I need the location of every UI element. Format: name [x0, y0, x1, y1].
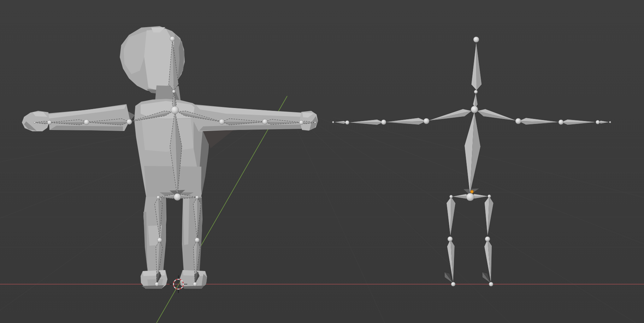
joint-ankle-r[interactable]	[489, 282, 493, 286]
joint-shoulder-l[interactable]	[424, 118, 429, 124]
joint-neck[interactable]	[474, 90, 478, 94]
joint-neck[interactable]	[172, 90, 176, 93]
joint-hip-r[interactable]	[196, 196, 199, 199]
blender-3d-viewport[interactable]	[0, 0, 644, 323]
joint-head-tip[interactable]	[473, 37, 479, 42]
joint-ankle-l[interactable]	[451, 282, 455, 286]
joint-head-tip[interactable]	[170, 36, 175, 41]
joint-chest[interactable]	[471, 106, 478, 113]
joint-hand-tip-l[interactable]	[332, 121, 334, 123]
joint-knee-l[interactable]	[448, 237, 453, 241]
viewport-canvas[interactable]	[0, 0, 644, 323]
joint-elbow-l[interactable]	[84, 120, 89, 125]
joint-elbow-r[interactable]	[559, 120, 563, 125]
joint-knee-l[interactable]	[158, 238, 162, 243]
mesh-face-leg-right-inner-facet[interactable]	[183, 198, 189, 245]
joint-hand-tip-l[interactable]	[34, 122, 36, 124]
joint-hip-l[interactable]	[450, 195, 453, 198]
joint-hand-tip-r[interactable]	[314, 122, 316, 124]
joint-wrist-l[interactable]	[345, 121, 349, 125]
joint-shoulder-l[interactable]	[127, 119, 132, 125]
viewport-background	[0, 0, 644, 323]
joint-shoulder-r[interactable]	[219, 119, 225, 125]
joint-ankle-r[interactable]	[193, 282, 197, 286]
joint-chest[interactable]	[171, 106, 179, 114]
joint-hip-r[interactable]	[488, 195, 491, 198]
joint-hip-l[interactable]	[157, 196, 160, 199]
joint-knee-r[interactable]	[485, 237, 490, 241]
joint-hand-tip-r[interactable]	[609, 121, 611, 123]
joint-elbow-l[interactable]	[381, 120, 386, 125]
origin-dot	[471, 190, 474, 193]
joint-ankle-l[interactable]	[155, 282, 159, 286]
joint-wrist-r[interactable]	[596, 120, 600, 124]
joint-elbow-r[interactable]	[262, 119, 268, 125]
joint-shoulder-r[interactable]	[515, 118, 521, 124]
mesh-face-torso-mid-facet[interactable]	[141, 116, 194, 152]
joint-knee-r[interactable]	[195, 238, 200, 243]
object-origin-dot	[471, 190, 474, 193]
joint-pelvis[interactable]	[466, 193, 474, 201]
joint-pelvis[interactable]	[174, 193, 181, 201]
joint-wrist-l[interactable]	[47, 120, 52, 125]
joint-wrist-r[interactable]	[299, 120, 303, 125]
